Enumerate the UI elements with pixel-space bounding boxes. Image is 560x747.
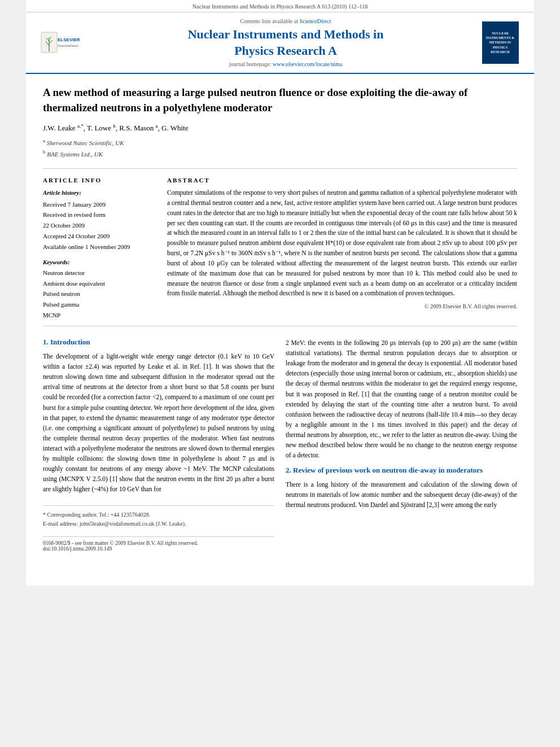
section1-right-text: 2 MeV: the events in the following 20 μs… [286, 338, 517, 460]
journal-meta-bar: Nuclear Instruments and Methods in Physi… [26, 0, 534, 12]
available-date: Available online 1 November 2009 [43, 242, 156, 252]
journal-citation: Nuclear Instruments and Methods in Physi… [193, 3, 368, 10]
journal-cover-thumbnail: NUCLEAR INSTRUMENTS & METHODS IN PHYSICS… [482, 21, 519, 64]
journal-header: ELSEVIER ScienceDirect Contents lists av… [26, 12, 534, 74]
footnote-section: * Corresponding author. Tel.: +44 123576… [43, 505, 274, 528]
keyword-3: Pulsed neutron [43, 289, 156, 299]
article-info-heading: ARTICLE INFO [43, 177, 156, 184]
section2-text: There is a long history of the measureme… [286, 479, 517, 510]
accepted-date: Accepted 24 October 2009 [43, 231, 156, 242]
abstract-heading: ABSTRACT [167, 177, 517, 184]
journal-cover-area: NUCLEAR INSTRUMENTS & METHODS IN PHYSICS… [478, 21, 523, 64]
keywords-label: Keywords: [43, 259, 70, 265]
section2-title: 2. Review of previous work on neutron di… [286, 466, 517, 475]
section1-title: 1. Introduction [43, 338, 274, 347]
journal-title: Nuclear Instruments and Methods in Physi… [94, 27, 478, 59]
journal-title-area: Contents lists available at ScienceDirec… [94, 18, 478, 67]
keyword-1: Neutron detector [43, 268, 156, 278]
info-abstract-section: ARTICLE INFO Article history: Received 7… [43, 177, 517, 320]
keyword-5: MCNP [43, 310, 156, 321]
svg-text:ELSEVIER: ELSEVIER [58, 37, 80, 42]
article-authors: J.W. Leake a,*, T. Lowe b, R.S. Mason a,… [43, 123, 517, 133]
footnote-star: * Corresponding author. Tel.: +44 123576… [43, 510, 274, 519]
keyword-2: Ambient dose equivalent [43, 278, 156, 289]
journal-homepage: journal homepage: www.elsevier.com/locat… [94, 61, 478, 67]
keyword-4: Pulsed gamma [43, 299, 156, 310]
publisher-logo-area: ELSEVIER ScienceDirect [37, 27, 94, 59]
keywords-list: Neutron detector Ambient dose equivalent… [43, 268, 156, 320]
svg-text:ScienceDirect: ScienceDirect [58, 44, 78, 47]
article-dates: Received 7 January 2009 Received in revi… [43, 199, 156, 252]
left-article-column: 1. Introduction The development of a lig… [43, 338, 274, 552]
sciencedirect-link[interactable]: ScienceDirect [299, 18, 331, 24]
divider [43, 168, 517, 169]
article-history-label: Article history: [43, 188, 156, 198]
author-affiliations: a Sherwood Nutec Scientific, UK b BAE Sy… [43, 137, 517, 160]
main-article-columns: 1. Introduction The development of a lig… [43, 338, 517, 552]
section1-left-text: The development of a light-weight wide e… [43, 351, 274, 494]
cover-text: NUCLEAR INSTRUMENTS & METHODS IN PHYSICS… [482, 29, 519, 56]
article-body: A new method of measuring a large pulsed… [26, 74, 534, 563]
revised-label: Received in revised form [43, 209, 156, 220]
license-line1: 0168-9002/$ - see front matter © 2009 El… [43, 540, 274, 546]
abstract-text: Computer simulations of the response to … [167, 188, 517, 299]
article-title: A new method of measuring a large pulsed… [43, 85, 517, 115]
elsevier-logo-icon: ELSEVIER ScienceDirect [40, 27, 91, 59]
abstract-column: ABSTRACT Computer simulations of the res… [167, 177, 517, 320]
contents-link: Contents lists available at ScienceDirec… [94, 18, 478, 24]
keywords-section: Keywords: Neutron detector Ambient dose … [43, 257, 156, 320]
revised-date: 22 October 2009 [43, 220, 156, 231]
license-line2: doi:10.1016/j.nima.2009.10.149 [43, 546, 274, 552]
divider-2 [43, 326, 517, 326]
article-info-box: Article history: Received 7 January 2009… [43, 188, 156, 320]
copyright-line: © 2009 Elsevier B.V. All rights reserved… [167, 303, 517, 309]
received-date: Received 7 January 2009 [43, 199, 156, 210]
footnote-email: E-mail address: john5leake@vodafonemail.… [43, 519, 274, 528]
license-bar: 0168-9002/$ - see front matter © 2009 El… [43, 536, 274, 552]
homepage-url[interactable]: www.elsevier.com/locate/nima [273, 61, 342, 67]
right-article-column: 2 MeV: the events in the following 20 μs… [286, 338, 517, 552]
article-info-column: ARTICLE INFO Article history: Received 7… [43, 177, 156, 320]
